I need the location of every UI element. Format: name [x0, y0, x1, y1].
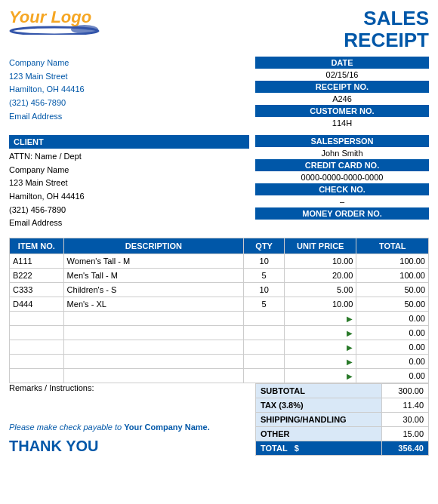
cell-desc: Men's - XL	[63, 297, 244, 311]
table-row: ▶ 0.00	[10, 368, 429, 383]
receipt-no-label: RECEIPT NO.	[255, 81, 429, 93]
svg-point-1	[71, 25, 98, 34]
logo-area: Your Logo	[9, 8, 100, 35]
cell-unit: ▶	[285, 368, 356, 383]
cell-unit: ▶	[285, 311, 356, 325]
shipping-value: 30.00	[382, 412, 429, 426]
client-section: CLIENT ATTN: Name / Dept Company Name 12…	[9, 135, 249, 232]
cell-item-no: D444	[10, 297, 64, 311]
subtotal-value: 300.00	[382, 383, 429, 398]
top-section: Company Name 123 Main Street Hamilton, O…	[9, 57, 429, 129]
company-email: Email Address	[9, 110, 255, 124]
cell-desc: Men's Tall - M	[63, 268, 244, 282]
logo-swoosh-icon	[9, 24, 100, 35]
cell-total: 0.00	[356, 311, 429, 325]
table-row: A111 Women's Tall - M 10 10.00 100.00	[10, 254, 429, 268]
table-row: ▶ 0.00	[10, 340, 429, 354]
col-item-no: ITEM NO.	[10, 238, 64, 254]
cell-desc: Children's - S	[63, 282, 244, 297]
cell-unit: ▶	[285, 354, 356, 368]
credit-card-label: CREDIT CARD NO.	[255, 159, 429, 171]
totals-table: SUBTOTAL 300.00 TAX (3.8%) 11.40 SHIPPIN…	[255, 383, 429, 456]
check-note: Please make check payable to Your Compan…	[9, 423, 249, 432]
client-header: CLIENT	[9, 135, 249, 149]
col-qty: QTY	[244, 238, 285, 254]
table-row: B222 Men's Tall - M 5 20.00 100.00	[10, 268, 429, 282]
cell-unit: ▶	[285, 340, 356, 354]
subtotal-label: SUBTOTAL	[256, 383, 382, 398]
cell-item-no	[10, 340, 64, 354]
other-row: OTHER 15.00	[256, 426, 429, 441]
cell-qty: 10	[244, 254, 285, 268]
cell-unit: 20.00	[285, 268, 356, 282]
company-info: Company Name 123 Main Street Hamilton, O…	[9, 57, 255, 129]
company-city: Hamilton, OH 44416	[9, 83, 255, 97]
receipt-info-panel: DATE 02/15/16 RECEIPT NO. A246 CUSTOMER …	[255, 57, 429, 129]
cell-total: 0.00	[356, 368, 429, 383]
shipping-row: SHIPPING/HANDLING 30.00	[256, 412, 429, 426]
cell-total: 100.00	[356, 254, 429, 268]
col-unit-price: UNIT PRICE	[285, 238, 356, 254]
col-description: DESCRIPTION	[63, 238, 244, 254]
page: Your Logo SALES RECEIPT Company Name 123…	[0, 0, 438, 463]
cell-item-no	[10, 354, 64, 368]
table-row: ▶ 0.00	[10, 325, 429, 340]
totals-panel: SUBTOTAL 300.00 TAX (3.8%) 11.40 SHIPPIN…	[255, 383, 429, 456]
company-phone: (321) 456-7890	[9, 97, 255, 110]
total-value: 356.40	[382, 441, 429, 455]
client-phone: (321) 456-7890	[9, 204, 249, 217]
money-order-label: MONEY ORDER NO.	[255, 207, 429, 220]
date-label: DATE	[255, 57, 429, 69]
green-arrow-icon: ▶	[347, 358, 353, 366]
cell-desc	[63, 311, 244, 325]
green-arrow-icon: ▶	[347, 372, 353, 380]
cell-total: 100.00	[356, 268, 429, 282]
client-street: 123 Main Street	[9, 177, 249, 190]
check-no-value: –	[255, 195, 429, 207]
cell-desc	[63, 340, 244, 354]
cell-qty	[244, 340, 285, 354]
cell-qty	[244, 325, 285, 340]
green-arrow-icon: ▶	[347, 329, 353, 337]
salesperson-label: SALESPERSON	[255, 135, 429, 147]
sales-receipt-title: SALES RECEIPT	[344, 8, 429, 51]
other-label: OTHER	[256, 426, 382, 441]
table-row: ▶ 0.00	[10, 311, 429, 325]
client-company: Company Name	[9, 164, 249, 177]
green-arrow-icon: ▶	[347, 315, 353, 323]
company-name: Company Name	[9, 57, 255, 70]
remarks-label: Remarks / Instructions:	[9, 383, 249, 392]
table-row: ▶ 0.00	[10, 354, 429, 368]
cell-qty	[244, 368, 285, 383]
cell-item-no	[10, 311, 64, 325]
cell-total: 0.00	[356, 354, 429, 368]
receipt-no-value: A246	[255, 93, 429, 105]
thank-you-text: THANK YOU	[9, 438, 249, 455]
tax-value: 11.40	[382, 398, 429, 412]
client-attn: ATTN: Name / Dept	[9, 150, 249, 164]
cell-qty: 10	[244, 282, 285, 297]
items-table: ITEM NO. DESCRIPTION QTY UNIT PRICE TOTA…	[9, 238, 429, 383]
client-info: ATTN: Name / Dept Company Name 123 Main …	[9, 149, 249, 232]
cell-unit: 5.00	[285, 282, 356, 297]
salesperson-section: SALESPERSON John Smith CREDIT CARD NO. 0…	[255, 135, 429, 232]
check-no-label: CHECK NO.	[255, 183, 429, 195]
subtotal-row: SUBTOTAL 300.00	[256, 383, 429, 398]
total-row: TOTAL $ 356.40	[256, 441, 429, 455]
cell-total: 50.00	[356, 297, 429, 311]
cell-qty	[244, 311, 285, 325]
cell-total: 0.00	[356, 340, 429, 354]
shipping-label: SHIPPING/HANDLING	[256, 412, 382, 426]
cell-item-no: B222	[10, 268, 64, 282]
table-row: D444 Men's - XL 5 10.00 50.00	[10, 297, 429, 311]
customer-no-value: 114H	[255, 117, 429, 129]
salesperson-value: John Smith	[255, 147, 429, 159]
table-row: C333 Children's - S 10 5.00 50.00	[10, 282, 429, 297]
cell-desc	[63, 325, 244, 340]
tax-label: TAX (3.8%)	[256, 398, 382, 412]
cell-desc	[63, 354, 244, 368]
client-email: Email Address	[9, 217, 249, 230]
date-value: 02/15/16	[255, 69, 429, 81]
cell-total: 50.00	[356, 282, 429, 297]
header: Your Logo SALES RECEIPT	[9, 8, 429, 51]
